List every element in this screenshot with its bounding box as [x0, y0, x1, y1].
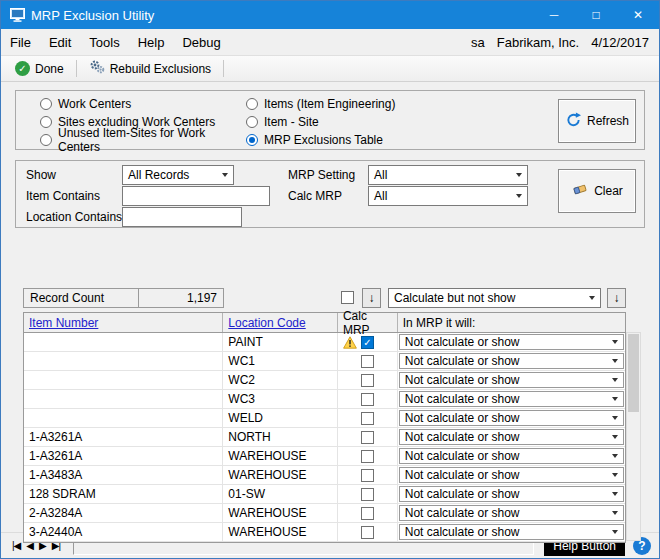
row-calc-mrp-checkbox[interactable] — [361, 526, 374, 539]
apply-checkbox-button[interactable]: ↓ — [362, 288, 381, 308]
row-action-dropdown[interactable]: Not calculate or show — [399, 467, 624, 483]
radio-circle — [246, 116, 258, 128]
row-calc-mrp-checkbox[interactable] — [361, 450, 374, 463]
row-action-dropdown[interactable]: Not calculate or show — [399, 505, 624, 521]
row-action-value: Not calculate or show — [405, 506, 520, 520]
chevron-down-icon — [516, 173, 522, 177]
table-row: 3-A2440A WAREHOUSE Not calculate or show — [24, 523, 625, 542]
row-action-value: Not calculate or show — [405, 392, 520, 406]
menu-file[interactable]: File — [1, 31, 40, 54]
maximize-button[interactable]: □ — [575, 1, 617, 29]
mrp-setting-dropdown[interactable]: All — [368, 165, 528, 185]
row-action-dropdown[interactable]: Not calculate or show — [399, 372, 624, 388]
nav-first-button[interactable]: |◀ — [9, 538, 23, 553]
app-window: MRP Exclusion Utility ─ □ ✕ File Edit To… — [0, 0, 660, 559]
record-count-label: Record Count — [23, 288, 139, 308]
row-action-value: Not calculate or show — [405, 525, 520, 539]
chevron-down-icon — [612, 397, 618, 401]
row-action-dropdown[interactable]: Not calculate or show — [399, 334, 624, 350]
row-calc-mrp-checkbox[interactable] — [361, 393, 374, 406]
done-button-label: Done — [35, 62, 64, 76]
filters-group: Show All Records Item Contains Location … — [15, 160, 645, 228]
vertical-scrollbar[interactable] — [626, 332, 641, 541]
menu-debug[interactable]: Debug — [173, 31, 229, 54]
table-row: WC1 Not calculate or show — [24, 352, 625, 371]
row-action-dropdown[interactable]: Not calculate or show — [399, 486, 624, 502]
menu-help[interactable]: Help — [129, 31, 174, 54]
company-name: Fabrikam, Inc. — [497, 35, 579, 50]
row-calc-mrp-checkbox[interactable] — [361, 412, 374, 425]
done-button[interactable]: ✓ Done — [7, 59, 72, 78]
table-row: WELD Not calculate or show — [24, 409, 625, 428]
radio-option[interactable]: Work Centers — [40, 95, 246, 113]
row-calc-mrp-checkbox[interactable] — [361, 355, 374, 368]
row-action-dropdown[interactable]: Not calculate or show — [399, 429, 624, 445]
clear-button[interactable]: Clear — [558, 169, 636, 213]
toolbar-separator — [76, 60, 77, 77]
table-row: WC3 Not calculate or show — [24, 390, 625, 409]
radio-option[interactable]: MRP Exclusions Table — [246, 131, 395, 149]
row-action-dropdown[interactable]: Not calculate or show — [399, 448, 624, 464]
session-info: sa Fabrikam, Inc. 4/12/2017 — [471, 35, 649, 50]
bulk-action-dropdown[interactable]: Calculate but not show — [388, 288, 601, 308]
row-action-dropdown[interactable]: Not calculate or show — [399, 353, 624, 369]
refresh-button[interactable]: Refresh — [558, 99, 636, 143]
grid-table: Item Number Location Code Calc MRP In MR… — [23, 312, 626, 543]
eraser-icon — [571, 182, 589, 200]
menubar: File Edit Tools Help Debug sa Fabrikam, … — [1, 29, 659, 56]
row-action-value: Not calculate or show — [405, 449, 520, 463]
chevron-down-icon — [589, 296, 595, 300]
row-action-dropdown[interactable]: Not calculate or show — [399, 391, 624, 407]
calc-mrp-filter-label: Calc MRP — [288, 189, 342, 203]
cell-item-number — [24, 352, 223, 370]
chevron-down-icon — [612, 454, 618, 458]
table-row: 1-A3261A NORTH Not calculate or show — [24, 428, 625, 447]
radio-col-2: Items (Item Engineering) Item - Site MRP… — [246, 95, 395, 149]
row-calc-mrp-checkbox[interactable] — [361, 431, 374, 444]
radio-option[interactable]: Item - Site — [246, 113, 395, 131]
row-calc-mrp-checkbox[interactable] — [361, 374, 374, 387]
row-calc-mrp-checkbox[interactable] — [361, 488, 374, 501]
row-action-dropdown[interactable]: Not calculate or show — [399, 524, 624, 540]
menu-tools[interactable]: Tools — [80, 31, 128, 54]
row-calc-mrp-checkbox[interactable] — [361, 469, 374, 482]
cell-item-number: 3-A2440A — [24, 523, 223, 541]
row-action-value: Not calculate or show — [405, 354, 520, 368]
table-row: 2-A3284A WAREHOUSE Not calculate or show — [24, 504, 625, 523]
header-item-number[interactable]: Item Number — [29, 316, 98, 330]
item-contains-input[interactable] — [122, 186, 270, 206]
apply-action-button[interactable]: ↓ — [607, 288, 626, 308]
row-calc-mrp-checkbox[interactable] — [361, 336, 374, 349]
rebuild-exclusions-button[interactable]: Rebuild Exclusions — [81, 57, 219, 80]
radio-option[interactable]: Unused Item-Sites for Work Centers — [40, 131, 246, 149]
cell-item-number: 1-A3261A — [24, 428, 223, 446]
cell-item-number — [24, 333, 223, 351]
table-row: 128 SDRAM 01-SW Not calculate or show — [24, 485, 625, 504]
cell-location-code: 01-SW — [223, 485, 338, 503]
row-action-dropdown[interactable]: Not calculate or show — [399, 410, 624, 426]
location-contains-input[interactable] — [122, 207, 242, 227]
bulk-calc-mrp-checkbox[interactable] — [341, 291, 354, 304]
cell-item-number: 2-A3284A — [24, 504, 223, 522]
row-action-value: Not calculate or show — [405, 487, 520, 501]
session-date: 4/12/2017 — [591, 35, 649, 50]
user-id: sa — [471, 35, 485, 50]
radio-label: Unused Item-Sites for Work Centers — [58, 126, 246, 154]
radio-option[interactable]: Items (Item Engineering) — [246, 95, 395, 113]
header-location-code[interactable]: Location Code — [228, 316, 305, 330]
show-dropdown[interactable]: All Records — [122, 165, 234, 185]
window-title: MRP Exclusion Utility — [31, 8, 154, 23]
minimize-button[interactable]: ─ — [533, 1, 575, 29]
row-calc-mrp-checkbox[interactable] — [361, 507, 374, 520]
app-icon — [10, 8, 25, 22]
record-count-value: 1,197 — [138, 288, 224, 308]
cell-item-number — [24, 371, 223, 389]
gears-icon — [89, 59, 105, 78]
action-toolbar: ✓ Done Rebuild Exclusions — [1, 56, 659, 82]
calc-mrp-value: All — [374, 189, 387, 203]
cell-location-code: WC3 — [223, 390, 338, 408]
menu-edit[interactable]: Edit — [40, 31, 80, 54]
calc-mrp-dropdown[interactable]: All — [368, 186, 528, 206]
scrollbar-thumb[interactable] — [628, 334, 639, 412]
close-button[interactable]: ✕ — [617, 1, 659, 29]
